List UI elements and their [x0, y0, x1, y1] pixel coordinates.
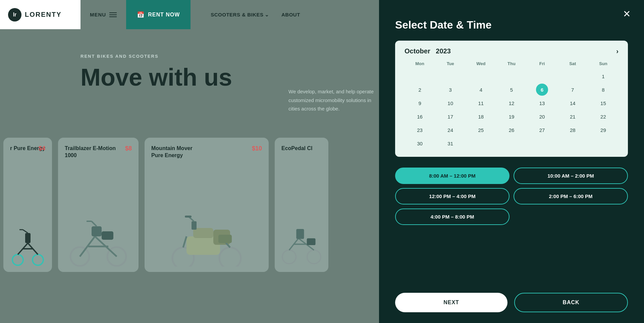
time-slot-2[interactable]: 12:00 PM – 4:00 PM: [395, 188, 509, 204]
svg-rect-13: [92, 226, 102, 236]
calendar-day[interactable]: 10: [444, 97, 457, 109]
calendar-month-year: October 2023: [405, 47, 451, 55]
calendar-day[interactable]: 14: [567, 97, 579, 109]
menu-label: MENU: [90, 12, 106, 17]
calendar-day[interactable]: 5: [505, 84, 518, 96]
hamburger-icon: [109, 12, 117, 17]
time-slot-4[interactable]: 4:00 PM – 8:00 PM: [395, 209, 509, 225]
vehicle-img-1: [65, 159, 132, 267]
svg-rect-24: [192, 221, 197, 230]
time-slot-1[interactable]: 10:00 AM – 2:00 PM: [514, 168, 628, 184]
svg-point-18: [219, 247, 241, 267]
calendar-day[interactable]: 27: [536, 124, 548, 136]
calendar-day[interactable]: 20: [536, 110, 548, 123]
svg-rect-20: [193, 228, 213, 238]
calendar-day[interactable]: 7: [567, 84, 579, 96]
calendar-day-label: Fri: [527, 61, 557, 70]
calendar-header: October 2023 ›: [405, 47, 619, 55]
calendar-day[interactable]: 25: [475, 124, 487, 136]
calendar-day-empty: [414, 70, 426, 82]
calendar-day-label: Wed: [466, 61, 496, 70]
calendar-day-empty: [597, 137, 609, 149]
svg-rect-16: [102, 231, 113, 240]
hero-content: RENT BIKES AND SCOOTERS Move with us: [80, 54, 232, 90]
calendar-day[interactable]: 9: [414, 97, 426, 109]
calendar-day[interactable]: 11: [475, 97, 487, 109]
calendar-day-label: Sun: [588, 61, 619, 70]
svg-line-6: [23, 230, 28, 233]
menu-button[interactable]: MENU: [80, 0, 126, 29]
calendar-day[interactable]: 21: [567, 110, 579, 123]
rent-now-label: RENT NOW: [148, 12, 180, 18]
calendar-day-empty: [536, 70, 548, 82]
calendar-day[interactable]: 19: [505, 110, 518, 123]
time-slot-0[interactable]: 8:00 AM – 12:00 PM: [395, 168, 509, 184]
calendar-day[interactable]: 2: [414, 84, 426, 96]
vehicle-img-3: [281, 152, 322, 267]
right-panel: ✕ Select Date & Time October 2023 › MonT…: [379, 0, 644, 323]
calendar-day[interactable]: 1: [597, 70, 609, 82]
logo-icon: lr: [8, 8, 21, 21]
calendar-day[interactable]: 18: [475, 110, 487, 123]
calendar-day-empty: [567, 70, 579, 82]
vehicle-name-1: Trailblazer E-Motion 1000: [65, 145, 118, 159]
calendar-day[interactable]: 4: [475, 84, 487, 96]
vehicles-row: r Pure Energy $4 Trailblazer E-Motion 10…: [0, 138, 334, 272]
back-button[interactable]: BACK: [514, 293, 628, 312]
nav-about[interactable]: ABOUT: [281, 12, 300, 17]
buttons-row: NEXT BACK: [395, 293, 628, 312]
svg-point-0: [12, 255, 23, 265]
vehicle-card-0: r Pure Energy $4: [3, 138, 52, 272]
calendar-day[interactable]: 16: [414, 110, 426, 123]
calendar-day[interactable]: 13: [536, 97, 548, 109]
calendar-icon: 📅: [137, 11, 145, 18]
time-slots-grid: 8:00 AM – 12:00 PM10:00 AM – 2:00 PM12:0…: [395, 168, 628, 225]
svg-rect-5: [25, 233, 31, 243]
calendar-day[interactable]: 31: [444, 137, 457, 149]
logo-letters: lr: [13, 12, 17, 18]
calendar-day[interactable]: 6: [536, 84, 548, 96]
calendar-day[interactable]: 15: [597, 97, 609, 109]
calendar-day-label: Mon: [405, 61, 435, 70]
calendar-day-empty: [536, 137, 548, 149]
time-slot-3[interactable]: 2:00 PM – 6:00 PM: [514, 188, 628, 204]
logo-area: lr LORENTY: [0, 0, 80, 29]
nav-scooters[interactable]: SCOOTERS & BIKES ⌄: [211, 12, 269, 18]
calendar-day[interactable]: 26: [505, 124, 518, 136]
calendar-day[interactable]: 29: [597, 124, 609, 136]
calendar-day[interactable]: 17: [444, 110, 457, 123]
calendar-day-empty: [475, 137, 487, 149]
calendar-day[interactable]: 8: [597, 84, 609, 96]
calendar-day[interactable]: 30: [414, 137, 426, 149]
nav-links: SCOOTERS & BIKES ⌄ ABOUT: [191, 12, 300, 18]
vehicle-name-2: Mountain Mover Pure Energy: [151, 145, 205, 159]
svg-rect-26: [185, 216, 192, 218]
svg-rect-27: [218, 235, 232, 243]
vehicle-price-0: $4: [39, 145, 45, 152]
calendar-day[interactable]: 12: [505, 97, 518, 109]
calendar-day-label: Sat: [557, 61, 588, 70]
calendar-day[interactable]: 3: [444, 84, 457, 96]
calendar-day-empty: [505, 70, 518, 82]
svg-point-28: [282, 250, 296, 264]
calendar-day[interactable]: 24: [444, 124, 457, 136]
vehicle-price-2: $10: [252, 145, 262, 152]
svg-rect-34: [307, 238, 316, 245]
panel-title: Select Date & Time: [395, 19, 628, 31]
vehicle-price-1: $8: [125, 145, 132, 152]
vehicle-name-3: EcoPedal Cl: [281, 145, 322, 152]
next-button[interactable]: NEXT: [395, 293, 507, 312]
svg-line-14: [92, 221, 97, 226]
hero-subtitle: RENT BIKES AND SCOOTERS: [80, 54, 232, 59]
calendar-day[interactable]: 23: [414, 124, 426, 136]
calendar-day[interactable]: 22: [597, 110, 609, 123]
svg-point-1: [33, 255, 43, 265]
vehicle-card-2: Mountain Mover Pure Energy $10: [145, 138, 269, 272]
calendar-day-empty: [505, 137, 518, 149]
calendar-day[interactable]: 28: [567, 124, 579, 136]
hero-description: We develop, market, and help operate cus…: [288, 87, 382, 113]
close-button[interactable]: ✕: [623, 9, 631, 19]
rent-now-button[interactable]: 📅 RENT NOW: [126, 0, 191, 29]
calendar-next-button[interactable]: ›: [616, 47, 619, 55]
calendar: October 2023 › MonTueWedThuFriSatSun1234…: [395, 41, 628, 157]
